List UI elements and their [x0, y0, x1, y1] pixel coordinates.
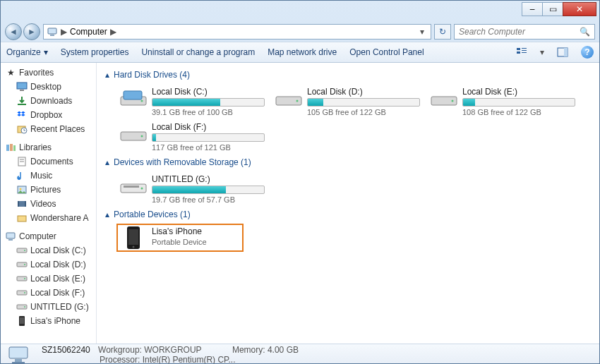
- drive-name: UNTITLED (G:): [152, 174, 269, 184]
- maximize-icon: ▭: [549, 4, 557, 14]
- removable-drive-icon: [119, 174, 148, 197]
- sidebar-item-recent[interactable]: Recent Places: [1, 122, 96, 136]
- system-properties-button[interactable]: System properties: [61, 47, 129, 57]
- minimize-button[interactable]: –: [522, 2, 543, 16]
- caret-down-icon[interactable]: ▾: [540, 47, 544, 57]
- phone-icon: [119, 226, 148, 249]
- svg-rect-9: [17, 83, 27, 89]
- svg-point-45: [296, 100, 299, 102]
- breadcrumb-location: Computer: [70, 27, 107, 37]
- close-button[interactable]: ✕: [563, 2, 596, 16]
- sidebar-item-music[interactable]: Music: [1, 169, 96, 183]
- sidebar-item-drive-c[interactable]: Local Disk (C:): [1, 243, 96, 257]
- section-hdd[interactable]: ▴ Hard Disk Drives (4): [105, 70, 591, 80]
- folder-icon: [16, 212, 28, 224]
- sidebar-item-label: Wondershare A: [30, 213, 89, 223]
- preview-pane-button[interactable]: [557, 47, 568, 58]
- desktop-icon: [16, 81, 28, 92]
- svg-point-55: [133, 246, 135, 248]
- sidebar-item-pictures[interactable]: Pictures: [1, 183, 96, 197]
- drive-free-text: 19.7 GB free of 57.7 GB: [152, 195, 269, 204]
- svg-rect-25: [25, 201, 26, 207]
- recent-icon: [16, 123, 28, 135]
- section-header-label: Portable Devices (1): [114, 210, 191, 219]
- sidebar-item-videos[interactable]: Videos: [1, 197, 96, 211]
- sidebar-item-label: Desktop: [30, 82, 61, 92]
- sidebar-item-iphone[interactable]: Lisa's iPhone: [1, 314, 96, 328]
- capacity-bar: [152, 98, 265, 107]
- sidebar-item-drive-d[interactable]: Local Disk (D:): [1, 257, 96, 272]
- drive-d[interactable]: Local Disk (D:) 105 GB free of 122 GB: [272, 84, 427, 119]
- drive-f[interactable]: Local Disk (F:) 117 GB free of 121 GB: [116, 119, 272, 154]
- sidebar-item-label: Documents: [30, 157, 73, 166]
- svg-point-49: [141, 135, 143, 138]
- titlebar: – ▭ ✕: [1, 1, 599, 22]
- sidebar-item-drive-g[interactable]: UNTITLED (G:): [1, 300, 96, 314]
- section-removable[interactable]: ▴ Devices with Removable Storage (1): [105, 157, 591, 167]
- sidebar-item-drive-f[interactable]: Local Disk (F:): [1, 286, 96, 300]
- system-properties-label: System properties: [61, 47, 129, 57]
- sidebar-item-desktop[interactable]: Desktop: [1, 80, 96, 94]
- memory-value: 4.00 GB: [268, 345, 299, 355]
- sidebar-item-label: UNTITLED (G:): [30, 302, 89, 312]
- search-input[interactable]: Search Computer 🔍: [454, 24, 595, 40]
- computer-name: SZ15062240: [42, 345, 90, 355]
- sidebar-item-computer[interactable]: Computer: [1, 229, 96, 243]
- sidebar-item-downloads[interactable]: Downloads: [1, 94, 96, 108]
- map-drive-button[interactable]: Map network drive: [268, 47, 337, 57]
- videos-icon: [16, 198, 28, 210]
- refresh-button[interactable]: ↻: [434, 24, 451, 40]
- drive-e[interactable]: Local Disk (E:) 108 GB free of 122 GB: [427, 84, 582, 119]
- phone-icon: [16, 315, 28, 327]
- maximize-button[interactable]: ▭: [542, 2, 563, 16]
- sidebar-item-documents[interactable]: Documents: [1, 154, 96, 169]
- organize-button[interactable]: Organize ▾: [6, 47, 48, 57]
- drive-free-text: 108 GB free of 122 GB: [462, 108, 580, 116]
- svg-rect-56: [9, 347, 28, 358]
- control-panel-button[interactable]: Open Control Panel: [349, 47, 424, 57]
- uninstall-button[interactable]: Uninstall or change a program: [141, 47, 255, 57]
- portable-iphone[interactable]: Lisa's iPhone Portable Device: [116, 224, 244, 252]
- svg-rect-8: [564, 48, 568, 56]
- sidebar-item-label: Local Disk (C:): [30, 245, 86, 255]
- pictures-icon: [16, 184, 28, 195]
- libraries-header[interactable]: Libraries: [1, 140, 96, 154]
- search-placeholder: Search Computer: [459, 27, 525, 37]
- favorites-header[interactable]: ★ Favorites: [1, 66, 96, 80]
- drive-g[interactable]: UNTITLED (G:) 19.7 GB free of 57.7 GB: [116, 171, 272, 207]
- drive-icon: [16, 287, 28, 298]
- svg-rect-10: [20, 90, 24, 91]
- svg-point-20: [18, 177, 20, 180]
- drive-icon: [16, 259, 28, 270]
- workgroup-value: WORKGROUP: [144, 345, 201, 355]
- hdd-icon: [430, 87, 458, 109]
- section-portable[interactable]: ▴ Portable Devices (1): [105, 210, 591, 219]
- breadcrumb-dropdown[interactable]: ▾: [416, 27, 428, 37]
- favorites-group: ★ Favorites Desktop Downloads Dropbox Re…: [1, 66, 96, 136]
- back-button[interactable]: ◄: [5, 23, 22, 40]
- minimize-icon: –: [530, 4, 535, 14]
- help-button[interactable]: ?: [581, 46, 594, 59]
- hdd-icon: [119, 122, 148, 145]
- svg-point-38: [24, 306, 25, 308]
- sidebar-item-drive-e[interactable]: Local Disk (E:): [1, 272, 96, 286]
- svg-point-22: [20, 188, 22, 190]
- svg-rect-11: [18, 104, 26, 105]
- drive-free-text: 39.1 GB free of 100 GB: [152, 108, 269, 116]
- svg-point-36: [24, 292, 25, 293]
- processor-value: Intel(R) Pentium(R) CP...: [143, 355, 236, 365]
- uninstall-label: Uninstall or change a program: [141, 47, 255, 57]
- dropbox-icon: [16, 109, 28, 121]
- view-options-button[interactable]: [516, 47, 527, 58]
- forward-button[interactable]: ►: [23, 23, 40, 40]
- breadcrumb[interactable]: ▶ Computer ▶ ▾: [43, 24, 431, 40]
- window-controls: – ▭ ✕: [522, 2, 596, 16]
- sidebar-item-wondershare[interactable]: Wondershare A: [1, 211, 96, 225]
- svg-rect-24: [18, 201, 19, 207]
- drive-c[interactable]: Local Disk (C:) 39.1 GB free of 100 GB: [116, 84, 272, 119]
- search-icon: 🔍: [580, 27, 590, 37]
- section-header-label: Hard Disk Drives (4): [114, 70, 190, 80]
- drive-info: Local Disk (F:) 117 GB free of 121 GB: [152, 122, 269, 152]
- libraries-icon: [5, 142, 16, 153]
- sidebar-item-dropbox[interactable]: Dropbox: [1, 108, 96, 122]
